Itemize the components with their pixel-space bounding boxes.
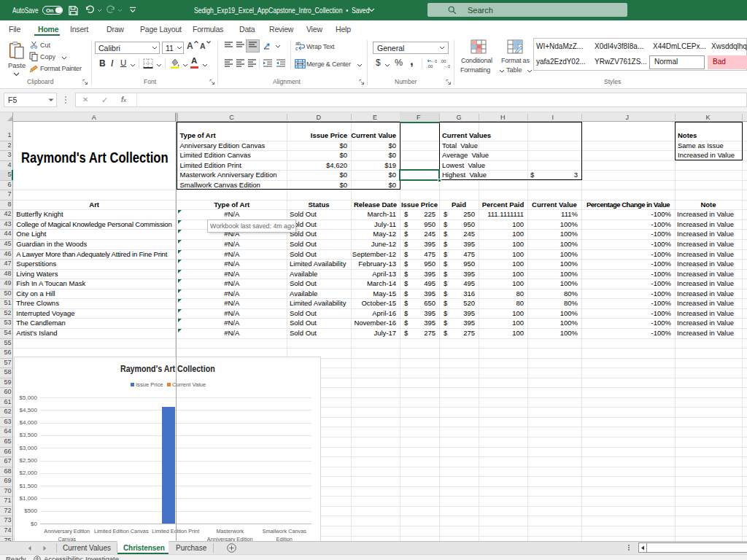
svg-text:A: A	[200, 42, 206, 50]
svg-text:c: c	[295, 46, 298, 51]
svg-text:→0: →0	[444, 64, 450, 69]
svg-text:←0: ←0	[430, 59, 437, 63]
svg-text:.00: .00	[427, 64, 433, 69]
svg-text:.00: .00	[440, 59, 446, 63]
svg-text:A: A	[187, 41, 193, 50]
